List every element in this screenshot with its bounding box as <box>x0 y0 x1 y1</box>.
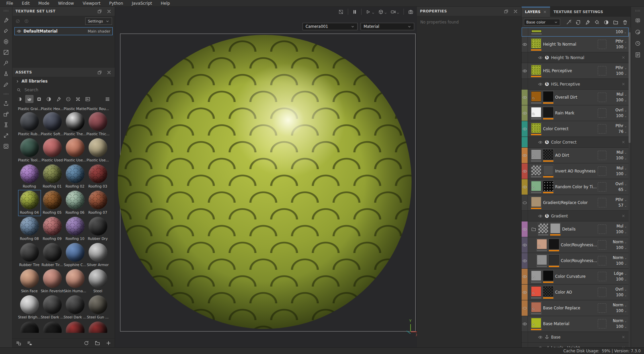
snapshot-camera-icon[interactable] <box>408 9 414 15</box>
eye-open-icon[interactable] <box>522 185 527 190</box>
projection-tool[interactable] <box>0 36 12 47</box>
menu-item-javascript[interactable]: JavaScript <box>127 0 156 6</box>
asset-item[interactable]: Roofing 10 <box>64 216 87 242</box>
asset-item[interactable]: Roofing 09 <box>41 216 64 242</box>
asset-item-partial[interactable] <box>64 321 87 333</box>
asset-item[interactable]: Skin Face <box>18 268 41 295</box>
eye-closed-icon[interactable] <box>522 200 527 205</box>
add-fill-layer-button[interactable] <box>594 19 600 25</box>
shelf-viewer-button[interactable] <box>0 141 12 152</box>
close-panel-icon[interactable] <box>513 9 518 14</box>
asset-item-partial[interactable] <box>18 321 41 333</box>
blend-opacity-control[interactable]: Pthr⌄57⌄ <box>609 197 627 208</box>
float-panel-icon[interactable] <box>97 70 102 75</box>
smudge-tool[interactable] <box>0 58 12 68</box>
close-panel-icon[interactable] <box>106 70 112 75</box>
filter-patterns[interactable] <box>74 95 82 103</box>
menu-item-file[interactable]: File <box>2 0 17 6</box>
blend-opacity-control[interactable]: Ovrl⌄100⌄ <box>609 287 627 298</box>
layer-effect-row[interactable]: Base <box>522 332 629 343</box>
asset-item[interactable]: Plastic Soft... <box>41 111 64 138</box>
menu-item-edit[interactable]: Edit <box>17 0 34 6</box>
layer-row[interactable]: Base MaterialNorm⌄100⌄ <box>522 316 629 332</box>
renderer-button[interactable] <box>632 15 644 26</box>
layer-thumbnail[interactable] <box>531 123 541 133</box>
layer-blend-mode[interactable]: Norm <box>613 318 623 323</box>
eye-open-icon[interactable] <box>522 227 527 232</box>
asset-item[interactable]: Plastic Matte <box>64 106 87 111</box>
layer-opacity[interactable]: 76 <box>619 129 624 134</box>
layer-opacity[interactable]: 100 <box>616 113 624 118</box>
view-mode-select[interactable]: Material <box>361 23 414 30</box>
layer-opacity[interactable]: 100 <box>616 245 624 250</box>
import-resources-button[interactable] <box>27 340 33 346</box>
layer-blend-mode[interactable]: Mul <box>616 92 623 97</box>
layer-opacity[interactable]: 100 <box>616 30 623 34</box>
layer-blend-mode[interactable]: Mul <box>616 166 623 170</box>
asset-item[interactable]: Plastic Rub... <box>18 111 41 138</box>
blend-opacity-control[interactable]: Ovrl⌄65⌄ <box>609 181 627 193</box>
layer-thumbnail[interactable] <box>537 255 547 265</box>
blend-opacity-control[interactable]: Pthr⌄100⌄ <box>609 39 627 50</box>
eye-open-icon[interactable] <box>522 258 527 263</box>
layer-thumbnail[interactable] <box>543 181 553 191</box>
asset-item[interactable]: Sapphire C... <box>64 242 87 268</box>
layer-thumbnail[interactable] <box>531 149 541 160</box>
pause-engine-icon[interactable] <box>352 9 357 14</box>
asset-item[interactable]: Plastic Rou... <box>87 106 109 111</box>
asset-item[interactable]: Plastic Tool... <box>18 138 41 164</box>
layer-thumbnail[interactable] <box>538 223 548 234</box>
layer-row[interactable]: Color CurvatureLdge⌄100⌄ <box>522 269 629 285</box>
asset-item[interactable]: Skin Feverish <box>41 268 64 295</box>
blend-opacity-control[interactable]: Mul⌄100⌄ <box>609 223 627 235</box>
remove-effect-icon[interactable] <box>622 82 629 86</box>
layer-opacity[interactable]: 100 <box>616 293 624 297</box>
blend-opacity-control[interactable]: Norm⌄100⌄ <box>609 302 627 314</box>
filter-materials[interactable] <box>25 95 34 103</box>
layer-opacity[interactable]: 100 <box>616 308 624 313</box>
eye-open-icon[interactable] <box>522 169 527 174</box>
layer-effect-row[interactable]: SHSL Perceptive <box>522 79 629 90</box>
tab-texture-set-settings[interactable]: TEXTURE SET SETTINGS <box>550 7 606 17</box>
layer-effect-row[interactable]: SColor Correct <box>522 137 629 148</box>
layer-thumbnail[interactable] <box>531 286 541 297</box>
layer-blend-mode[interactable]: Mul <box>616 224 623 229</box>
asset-item[interactable]: Roofing <box>18 164 41 190</box>
layer-thumbnail[interactable] <box>531 197 541 207</box>
clone-tool[interactable] <box>0 68 12 79</box>
layer-blend-mode[interactable]: Ldge <box>614 271 623 276</box>
asset-item[interactable]: Roofing 03 <box>87 164 109 190</box>
grid-display[interactable] <box>103 95 112 103</box>
blend-opacity-control[interactable]: Ovrl⌄100⌄ <box>609 107 627 119</box>
layer-thumbnail[interactable] <box>543 107 553 117</box>
log-button[interactable] <box>632 49 644 60</box>
remove-effect-icon[interactable] <box>622 56 629 59</box>
blend-opacity-control[interactable]: Mul⌄100⌄ <box>609 150 627 161</box>
eye-open-icon[interactable] <box>538 82 543 87</box>
asset-item[interactable]: Plastic The... <box>64 111 87 138</box>
layer-row[interactable]: AO DirtMul⌄100⌄ <box>522 148 629 163</box>
export-textures-button[interactable] <box>0 98 12 109</box>
layer-thumbnail[interactable] <box>543 270 553 281</box>
layer-thumbnail[interactable] <box>550 223 560 234</box>
layer-row[interactable]: Color AOOvrl⌄100⌄ <box>522 285 629 300</box>
settings-dropdown[interactable]: Settings <box>85 17 112 25</box>
layer-thumbnail[interactable] <box>531 318 541 328</box>
instance-across-sets-icon[interactable] <box>15 18 20 24</box>
new-folder-button[interactable] <box>95 340 100 346</box>
texture-set-row-defaultmaterial[interactable]: DefaultMaterial Main shader <box>14 27 113 35</box>
geometry-dropdown[interactable] <box>378 9 387 15</box>
menu-item-help[interactable]: Help <box>156 0 174 6</box>
eye-open-icon[interactable] <box>522 42 527 47</box>
layer-opacity[interactable]: 100 <box>616 324 624 329</box>
add-smart-material-button[interactable] <box>575 19 581 25</box>
layer-row[interactable]: DetailsMul⌄100⌄ <box>522 221 629 237</box>
layer-blend-mode[interactable]: Norm <box>613 255 623 260</box>
display-settings-button[interactable] <box>632 26 644 38</box>
layer-opacity[interactable]: 100 <box>616 71 624 76</box>
layer-thumbnail[interactable] <box>549 255 559 265</box>
selection-disabled-icon[interactable] <box>338 9 344 15</box>
asset-item[interactable]: Steel Gun ... <box>87 295 109 321</box>
menu-item-window[interactable]: Window <box>54 0 78 6</box>
asset-item[interactable]: Silver Armor <box>87 242 109 268</box>
